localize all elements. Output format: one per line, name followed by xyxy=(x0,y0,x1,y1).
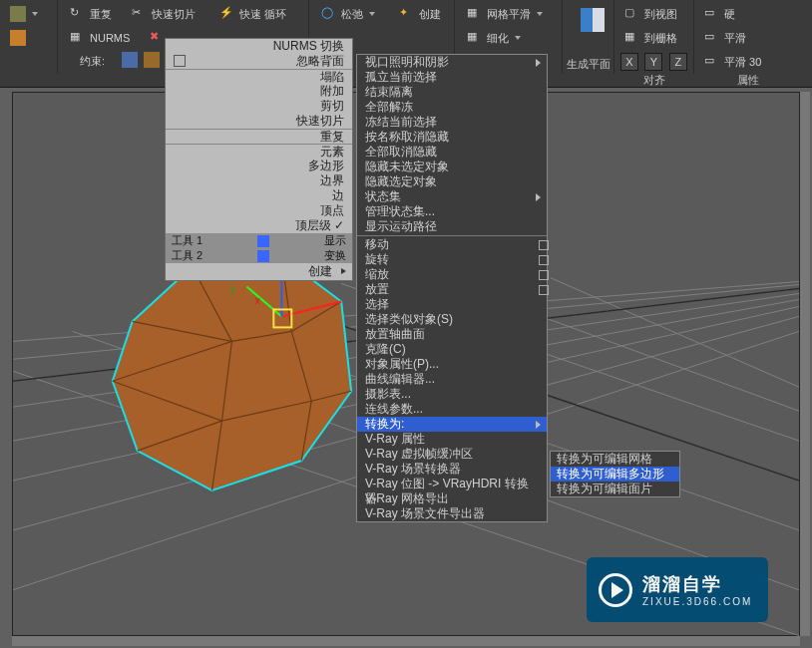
qm-cut[interactable]: 剪切 xyxy=(166,99,352,114)
create-button[interactable]: ✦创建 xyxy=(395,4,445,24)
ctx-item-27[interactable]: V-Ray 虚拟帧缓冲区 xyxy=(357,447,547,462)
ctx-item-7[interactable]: 隐藏未选定对象 xyxy=(357,160,547,174)
togrid-button[interactable]: ▦到栅格 xyxy=(620,28,681,48)
watermark-title: 溜溜自学 xyxy=(642,572,752,596)
ctx-item-21[interactable]: 对象属性(P)... xyxy=(357,357,547,372)
axis-x-label: x xyxy=(254,294,260,306)
ctx-item-18[interactable]: 选择类似对象(S) xyxy=(357,312,547,327)
ctx-item-24[interactable]: 连线参数... xyxy=(357,402,547,417)
axis-z-button[interactable]: Z xyxy=(669,53,687,71)
qm-nurms-toggle[interactable]: NURMS 切换 xyxy=(166,39,352,54)
scrollbar-horizontal[interactable] xyxy=(12,636,800,646)
play-icon xyxy=(599,573,632,607)
svg-line-14 xyxy=(551,278,799,388)
ctx-item-8[interactable]: 隐藏选定对象 xyxy=(357,174,547,189)
menu-separator xyxy=(357,235,547,236)
qm-quickslice[interactable]: 快速切片 xyxy=(166,114,352,129)
hard-button[interactable]: ▭硬 xyxy=(700,4,739,24)
ctx-item-19[interactable]: 放置轴曲面 xyxy=(357,327,547,342)
ctx-item-4[interactable]: 冻结当前选择 xyxy=(357,115,547,130)
qm-vertex[interactable]: 顶点 xyxy=(166,203,352,218)
selected-object[interactable]: y x xyxy=(113,257,351,490)
refine-icon: ▦ xyxy=(467,30,483,46)
quickloop-label: 快速 循环 xyxy=(239,7,286,22)
square-icon xyxy=(257,250,269,262)
ctx-item-28[interactable]: V-Ray 场景转换器 xyxy=(357,462,547,477)
ctx-item-10[interactable]: 管理状态集... xyxy=(357,204,547,219)
ctx-item-15[interactable]: 缩放 xyxy=(357,267,547,282)
context-menu: 视口照明和阴影孤立当前选择结束隔离全部解冻冻结当前选择按名称取消隐藏全部取消隐藏… xyxy=(356,54,548,522)
relax-button[interactable]: ◯松弛 xyxy=(317,4,379,24)
meshsmooth-button[interactable]: ▦网格平滑 xyxy=(463,4,547,24)
ctx-item-9[interactable]: 状态集 xyxy=(357,189,547,204)
smooth-label: 平滑 xyxy=(724,31,746,46)
qm-repeat[interactable]: 重复 xyxy=(166,129,352,144)
hard-icon: ▭ xyxy=(704,6,720,22)
ribbon-btn-2[interactable] xyxy=(6,28,30,48)
smooth-button[interactable]: ▭平滑 xyxy=(700,28,750,48)
ctx-item-23[interactable]: 摄影表... xyxy=(357,387,547,402)
refine-label: 细化 xyxy=(487,31,509,46)
ctx-item-20[interactable]: 克隆(C) xyxy=(357,342,547,357)
qm-border[interactable]: 边界 xyxy=(166,173,352,188)
ctx-item-2[interactable]: 结束隔离 xyxy=(357,85,547,100)
convert-submenu: 转换为可编辑网格转换为可编辑多边形转换为可编辑面片 xyxy=(550,451,680,497)
axis-y-button[interactable]: Y xyxy=(644,53,662,71)
quickslice-label: 快速切片 xyxy=(152,7,196,22)
create-icon: ✦ xyxy=(399,6,415,22)
smooth30-button[interactable]: ▭平滑 30 xyxy=(700,52,765,72)
genplane-button[interactable] xyxy=(577,6,609,34)
watermark-sub: ZIXUE.3D66.COM xyxy=(642,596,752,607)
quickloop-button[interactable]: ⚡快速 循环 xyxy=(215,4,290,24)
smooth30-icon: ▭ xyxy=(704,54,720,70)
ctx-item-16[interactable]: 放置 xyxy=(357,282,547,297)
nurms-label: NURMS xyxy=(90,32,130,44)
convert-item-1[interactable]: 转换为可编辑多边形 xyxy=(551,467,679,482)
ctx-item-1[interactable]: 孤立当前选择 xyxy=(357,70,547,85)
ctx-item-13[interactable]: 移动 xyxy=(357,237,547,252)
quickslice-button[interactable]: ✂快速切片 xyxy=(128,4,200,24)
axis-x-button[interactable]: X xyxy=(620,53,638,71)
constraint-btn-1[interactable] xyxy=(118,50,142,70)
view-icon: ▢ xyxy=(624,6,640,22)
toview-button[interactable]: ▢到视图 xyxy=(620,4,681,24)
ctx-item-5[interactable]: 按名称取消隐藏 xyxy=(357,130,547,145)
tool-icon: ✖ xyxy=(150,30,166,46)
ctx-item-25[interactable]: 转换为: xyxy=(357,417,547,432)
axis-buttons: X Y Z xyxy=(620,52,689,71)
ctx-item-3[interactable]: 全部解冻 xyxy=(357,100,547,115)
qm-collapse[interactable]: 塌陷 xyxy=(166,69,352,84)
ribbon-btn-1[interactable] xyxy=(6,4,42,24)
refine-button[interactable]: ▦细化 xyxy=(463,28,525,48)
ctx-item-26[interactable]: V-Ray 属性 xyxy=(357,432,547,447)
meshsmooth-label: 网格平滑 xyxy=(487,7,531,22)
qm-polygon[interactable]: 多边形 xyxy=(166,159,352,173)
nurms-button[interactable]: ▦NURMS xyxy=(66,28,134,48)
axis-y-label: y xyxy=(229,282,235,294)
grid-icon: ▦ xyxy=(70,30,86,46)
loop-icon: ⚡ xyxy=(219,6,235,22)
plane-icon xyxy=(581,8,605,32)
scrollbar-vertical[interactable] xyxy=(800,92,810,636)
ctx-item-22[interactable]: 曲线编辑器... xyxy=(357,372,547,387)
constraint-btn-2[interactable] xyxy=(140,50,164,70)
redo-button[interactable]: ↻重复 xyxy=(66,4,116,24)
ctx-item-14[interactable]: 旋转 xyxy=(357,252,547,267)
qm-tool1-header[interactable]: 工具 1显示 xyxy=(166,233,352,248)
qm-toplevel[interactable]: 顶层级 ✓ xyxy=(166,218,352,233)
qm-edge[interactable]: 边 xyxy=(166,188,352,203)
ctx-item-30[interactable]: V-Ray 网格导出 xyxy=(357,491,547,506)
qm-create[interactable]: 创建 xyxy=(166,263,352,280)
ctx-item-17[interactable]: 选择 xyxy=(357,297,547,312)
qm-tool2-header[interactable]: 工具 2变换 xyxy=(166,248,352,263)
qm-ignore-backface[interactable]: 忽略背面 xyxy=(166,54,352,69)
qm-element[interactable]: 元素 xyxy=(166,144,352,159)
ctx-item-31[interactable]: V-Ray 场景文件导出器 xyxy=(357,506,547,521)
qm-attach[interactable]: 附加 xyxy=(166,84,352,99)
convert-item-2[interactable]: 转换为可编辑面片 xyxy=(551,482,679,496)
ctx-item-0[interactable]: 视口照明和阴影 xyxy=(357,55,547,70)
ctx-item-11[interactable]: 显示运动路径 xyxy=(357,219,547,234)
ctx-item-29[interactable]: V-Ray 位图 -> VRayHDRI 转换器 xyxy=(357,477,547,491)
ctx-item-6[interactable]: 全部取消隐藏 xyxy=(357,145,547,160)
convert-item-0[interactable]: 转换为可编辑网格 xyxy=(551,452,679,467)
